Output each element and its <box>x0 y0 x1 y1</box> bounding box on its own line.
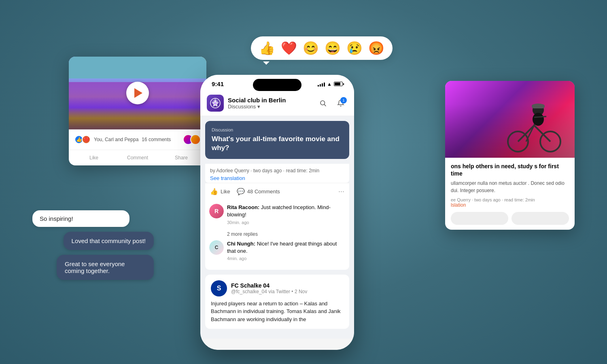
chi-comment-time: 4min. ago <box>227 256 345 261</box>
main-phone: 9:41 ▲ <box>200 75 354 350</box>
chat-bubble-community: Loved that community post! <box>64 232 154 250</box>
heart-reaction[interactable]: ❤️ <box>281 40 297 56</box>
social-post-card: S FC Schalke 04 @fc_schalke_04 via Twitt… <box>205 275 349 329</box>
post-time: two days ago <box>253 168 282 174</box>
card-actions: Like Comment Share <box>69 150 206 165</box>
comments-action-bar[interactable]: 💬 48 Comments <box>237 188 280 195</box>
right-card-title: ons help others in need, study s for fir… <box>451 163 569 177</box>
smile-reaction[interactable]: 😊 <box>303 40 319 56</box>
app-logo <box>207 95 224 112</box>
see-translation-button[interactable]: See translation <box>210 175 344 181</box>
sad-reaction[interactable]: 😢 <box>346 40 363 56</box>
right-card-meta: ee Querry · two days ago · read time: 2m… <box>451 197 569 202</box>
social-post-header: S FC Schalke 04 @fc_schalke_04 via Twitt… <box>211 280 344 296</box>
comment-count: 16 comments <box>142 137 171 142</box>
app-title: Social club in Berlin <box>228 97 312 104</box>
play-button[interactable] <box>126 82 149 104</box>
like-icon: 👍 <box>210 188 218 195</box>
comments-label: 48 Comments <box>247 188 280 195</box>
more-replies-link[interactable]: 2 more replies <box>209 230 345 240</box>
thumbs-up-reaction[interactable]: 👍 <box>259 40 275 56</box>
rita-name: Rita Racoon: <box>227 204 259 210</box>
post-meta: by Adorlee Querry · two days ago · read … <box>205 164 349 183</box>
avatar-stack <box>183 134 201 145</box>
post-read-time: read time: 2min <box>286 168 319 174</box>
chat-bubble-inspiring: So inspiring! <box>32 210 129 227</box>
rita-comment-body: Rita Racoon: Just watched Inception. Min… <box>227 204 345 224</box>
right-card-image <box>445 81 575 158</box>
svg-line-8 <box>526 125 534 142</box>
comments-section: R Rita Racoon: Just watched Inception. M… <box>205 200 349 270</box>
like-label: Like <box>221 188 230 195</box>
like-action-bar[interactable]: 👍 Like <box>210 188 230 195</box>
comment-item-rita: R Rita Racoon: Just watched Inception. M… <box>209 204 345 224</box>
battery-icon <box>334 82 343 86</box>
svg-rect-13 <box>532 104 545 108</box>
comment-action[interactable]: Comment <box>116 153 159 162</box>
rita-comment-time: 30min. ago <box>227 220 345 225</box>
comment-icon: 💬 <box>237 188 245 195</box>
svg-line-11 <box>534 116 546 117</box>
discussion-card: Discussion What's your all-time favorite… <box>205 121 349 159</box>
notifications-button[interactable]: 1 <box>334 96 348 110</box>
action-bar: 👍 Like 💬 48 Comments ··· <box>205 183 349 200</box>
chi-comment-body: Chi Nungh: Nice! I've heard great things… <box>227 240 345 261</box>
love-icon: ❤️ <box>82 135 91 144</box>
like-description: You, Carl and Peppa <box>94 137 138 142</box>
status-icons: ▲ <box>318 81 343 87</box>
search-button[interactable] <box>316 96 330 110</box>
phone-content[interactable]: Discussion What's your all-time favorite… <box>200 116 354 339</box>
discussion-title[interactable]: What's your all-time favorite movie and … <box>212 135 343 152</box>
social-post-handle: @fc_schalke_04 via Twitter • 2 Nov <box>231 289 307 294</box>
comment-item-chi: C Chi Nungh: Nice! I've heard great thin… <box>209 240 345 261</box>
like-action[interactable]: Like <box>72 153 116 162</box>
notification-badge: 1 <box>340 97 347 104</box>
angry-reaction[interactable]: 😡 <box>368 40 384 56</box>
chi-comment-text: Chi Nungh: Nice! I've heard great things… <box>227 240 345 255</box>
grin-reaction[interactable]: 😄 <box>325 40 341 56</box>
right-card: ons help others in need, study s for fir… <box>445 81 575 230</box>
card-footer: 👍 ❤️ You, Carl and Peppa 16 comments <box>69 129 206 150</box>
discussion-label: Discussion <box>212 127 343 132</box>
chevron-down-icon: ▾ <box>257 104 260 110</box>
social-post-info: FC Schalke 04 @fc_schalke_04 via Twitter… <box>231 282 307 294</box>
header-icons: 1 <box>316 96 348 110</box>
social-post-title: FC Schalke 04 <box>231 282 307 289</box>
status-time: 9:41 <box>212 80 224 87</box>
chat-area: So inspiring! Loved that community post!… <box>32 210 154 280</box>
right-card-translation[interactable]: lslation <box>451 202 569 208</box>
right-card-btn-1[interactable] <box>451 212 508 225</box>
right-card-actions <box>451 212 569 225</box>
app-header-text: Social club in Berlin Discussions ▾ <box>228 97 312 110</box>
reaction-bar: 👍 ❤️ 😊 😄 😢 😡 <box>251 36 393 60</box>
app-subtitle: Discussions ▾ <box>228 104 312 110</box>
svg-point-10 <box>533 113 544 126</box>
rita-comment-text: Rita Racoon: Just watched Inception. Min… <box>227 204 345 218</box>
share-action[interactable]: Share <box>159 153 203 162</box>
svg-point-2 <box>320 101 325 105</box>
post-author: by Adorlee Querry <box>210 168 249 174</box>
schalke-logo: S <box>211 280 227 296</box>
left-video-card: 👍 ❤️ You, Carl and Peppa 16 comments Lik… <box>69 57 206 165</box>
phone-notch <box>253 79 301 91</box>
svg-line-6 <box>534 125 550 142</box>
chat-bubble-together: Great to see everyone coming together. <box>57 255 154 280</box>
status-bar: 9:41 ▲ <box>200 75 354 91</box>
signal-icon <box>318 82 325 87</box>
avatar-2 <box>190 134 201 145</box>
chi-name: Chi Nungh: <box>227 241 255 247</box>
rita-avatar: R <box>209 204 224 218</box>
social-post-text: Injured players near a return to action … <box>211 300 344 324</box>
video-thumbnail[interactable] <box>69 57 206 129</box>
more-options-button[interactable]: ··· <box>338 187 344 196</box>
app-header: Social club in Berlin Discussions ▾ 1 <box>200 91 354 116</box>
phone-screen: 9:41 ▲ <box>200 75 354 350</box>
wifi-icon: ▲ <box>327 81 332 87</box>
right-card-content: ons help others in need, study s for fir… <box>445 158 575 230</box>
right-card-btn-2[interactable] <box>511 212 569 225</box>
chi-avatar: C <box>209 240 224 255</box>
svg-line-5 <box>518 125 534 142</box>
right-card-body: ullamcorper nulla non metus auctor . Don… <box>451 180 569 194</box>
